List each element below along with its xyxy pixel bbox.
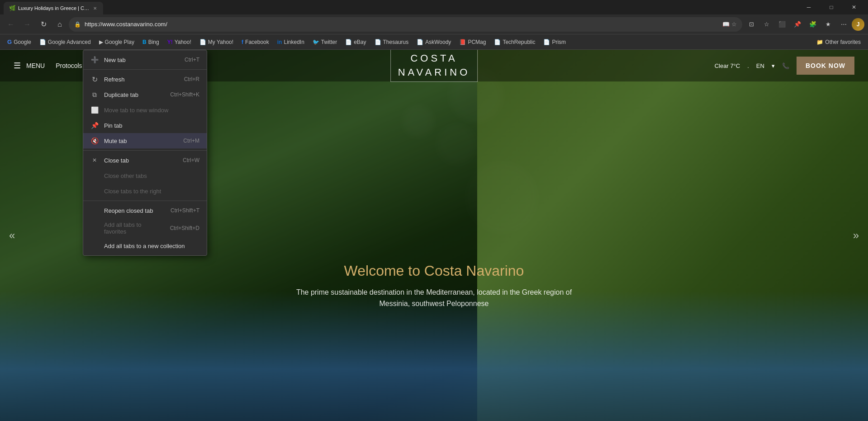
other-bookmarks[interactable]: 📁 Other favorites — [813, 37, 864, 47]
bookmark-ebay[interactable]: 📄 eBay — [342, 37, 370, 47]
forward-button[interactable]: → — [20, 17, 34, 32]
duplicate-icon: ⧉ — [90, 91, 99, 99]
menu-item-add-collection[interactable]: Add all tabs to a new collection — [83, 238, 207, 254]
menu-item-new-tab[interactable]: ➕ New tab Ctrl+T — [83, 52, 207, 67]
bookmark-label: Thesaurus — [383, 39, 409, 45]
close-right-label: Close tabs to the right — [104, 188, 194, 195]
bookmark-label: Twitter — [321, 39, 337, 45]
toolbar-right-buttons: ⊡ ☆ ⬛ 📌 🧩 ★ ⋯ J — [744, 17, 864, 32]
menu-separator-3 — [83, 201, 207, 201]
window-controls: ─ □ ✕ — [798, 0, 864, 14]
bookmark-twitter[interactable]: 🐦 Twitter — [309, 37, 341, 47]
bookmark-my-yahoo[interactable]: 📄 My Yahoo! — [196, 37, 237, 47]
menu-item-move-window[interactable]: ⬜ Move tab to new window — [83, 102, 207, 118]
profile-avatar[interactable]: J — [852, 18, 864, 31]
add-collection-icon — [90, 242, 99, 250]
next-slide-button[interactable]: » — [849, 225, 863, 246]
bookmark-google[interactable]: G Google — [4, 37, 35, 47]
settings-button[interactable]: ⋯ — [836, 17, 851, 32]
bookmark-bing[interactable]: B Bing — [139, 37, 163, 47]
logo-main: COSTA NAVARINO — [390, 50, 478, 82]
bookmark-label: My Yahoo! — [208, 39, 233, 45]
bokeh-3 — [466, 161, 538, 234]
add-favorites-label: Add all tabs to favorites — [104, 221, 165, 235]
menu-item-pin[interactable]: 📌 Pin tab — [83, 118, 207, 133]
separator-dot: . — [747, 62, 749, 69]
menu-item-close-tab[interactable]: ✕ Close tab Ctrl+W — [83, 153, 207, 168]
address-bar[interactable]: 🔒 https://www.costanavarino.com/ 📖 ☆ — [69, 17, 742, 32]
favorites-button[interactable]: ★ — [821, 17, 835, 32]
bookmark-label: Google Play — [105, 39, 134, 45]
menu-item-add-favorites[interactable]: Add all tabs to favorites Ctrl+Shift+D — [83, 218, 207, 238]
back-button[interactable]: ← — [4, 17, 18, 32]
new-tab-shortcut: Ctrl+T — [185, 57, 199, 63]
favorites-star-button[interactable]: ☆ — [759, 17, 774, 32]
bookmark-google-advanced[interactable]: 📄 Google Advanced — [36, 37, 95, 47]
reopen-icon — [90, 206, 99, 215]
menu-item-close-others[interactable]: Close other tabs — [83, 168, 207, 183]
home-button[interactable]: ⌂ — [52, 17, 67, 32]
bookmark-prism[interactable]: 📄 Prism — [540, 37, 569, 47]
tab-favicon: 🌿 — [9, 5, 15, 11]
new-tab-label: New tab — [104, 57, 179, 63]
doc-icon: 📄 — [543, 39, 550, 45]
menu-item-close-right[interactable]: Close tabs to the right — [83, 183, 207, 199]
bookmark-label: Bing — [148, 39, 159, 45]
hamburger-icon[interactable]: ☰ — [14, 61, 21, 71]
menu-item-duplicate[interactable]: ⧉ Duplicate tab Ctrl+Shift+K — [83, 87, 207, 102]
bookmark-techrepublic[interactable]: 📄 TechRepublic — [490, 37, 539, 47]
bookmark-label: eBay — [354, 39, 366, 45]
close-others-icon — [90, 172, 99, 180]
extensions-button[interactable]: 🧩 — [806, 17, 820, 32]
menu-separator-2 — [83, 150, 207, 151]
bookmark-google-play[interactable]: ▶ Google Play — [95, 37, 138, 47]
bookmark-label: TechRepublic — [503, 39, 535, 45]
prev-slide-button[interactable]: « — [5, 225, 19, 246]
folder-icon: 📁 — [816, 39, 823, 45]
collections-button[interactable]: ⬛ — [775, 17, 789, 32]
pin-button[interactable]: 📌 — [790, 17, 805, 32]
favorites-icon: ☆ — [731, 21, 737, 28]
menu-item-refresh[interactable]: ↻ Refresh Ctrl+R — [83, 72, 207, 87]
context-menu: ➕ New tab Ctrl+T ↻ Refresh Ctrl+R ⧉ Dupl… — [83, 50, 207, 256]
menu-label[interactable]: MENU — [26, 62, 45, 69]
tab-close-button[interactable]: ✕ — [92, 5, 98, 12]
phone-icon[interactable]: 📞 — [782, 62, 789, 69]
maximize-button[interactable]: □ — [821, 0, 842, 14]
duplicate-shortcut: Ctrl+Shift+K — [170, 91, 199, 98]
language-selector[interactable]: EN — [756, 62, 764, 69]
bookmark-thesaurus[interactable]: 📄 Thesaurus — [371, 37, 413, 47]
logo-line1: COSTA — [398, 52, 470, 66]
doc-icon: 📄 — [199, 39, 206, 45]
tab-area: 🌿 Luxury Holidays in Greece | Cost... ✕ — [4, 0, 103, 14]
play-icon: ▶ — [99, 39, 103, 45]
bookmarks-bar: G Google 📄 Google Advanced ▶ Google Play… — [0, 34, 868, 50]
protocols-label[interactable]: Protocols — [56, 62, 82, 69]
bookmark-label: PCMag — [468, 39, 486, 45]
active-tab[interactable]: 🌿 Luxury Holidays in Greece | Cost... ✕ — [4, 2, 103, 14]
profile-initial: J — [857, 21, 860, 28]
close-button[interactable]: ✕ — [844, 0, 864, 14]
reader-mode-icon: 📖 — [722, 21, 730, 28]
bookmark-askwoody[interactable]: 📄 AskWoody — [413, 37, 455, 47]
bookmark-yahoo[interactable]: Y! Yahoo! — [164, 37, 195, 47]
pin-label: Pin tab — [104, 122, 194, 129]
book-now-button[interactable]: BOOK NOW — [797, 57, 854, 75]
doc-icon: 📄 — [345, 39, 352, 45]
bookmark-label: Google — [14, 39, 31, 45]
bookmark-linkedin[interactable]: in LinkedIn — [274, 37, 308, 47]
refresh-button[interactable]: ↻ — [36, 17, 51, 32]
water-visual — [0, 291, 868, 421]
menu-item-reopen[interactable]: Reopen closed tab Ctrl+Shift+T — [83, 203, 207, 218]
address-bar-icons: 📖 ☆ — [722, 21, 737, 28]
menu-item-mute[interactable]: 🔇 Mute tab Ctrl+M — [83, 133, 207, 148]
bookmark-label: Facebook — [245, 39, 269, 45]
hero-title: Welcome to Costa Navarino — [276, 263, 593, 279]
reading-view-button[interactable]: ⊡ — [744, 17, 759, 32]
bookmark-label: Google Advanced — [48, 39, 91, 45]
bookmark-facebook[interactable]: f Facebook — [238, 37, 273, 47]
logo-line2: NAVARINO — [398, 66, 470, 80]
facebook-icon: f — [242, 39, 243, 45]
minimize-button[interactable]: ─ — [798, 0, 819, 14]
bookmark-pcmag[interactable]: 📕 PCMag — [455, 37, 489, 47]
